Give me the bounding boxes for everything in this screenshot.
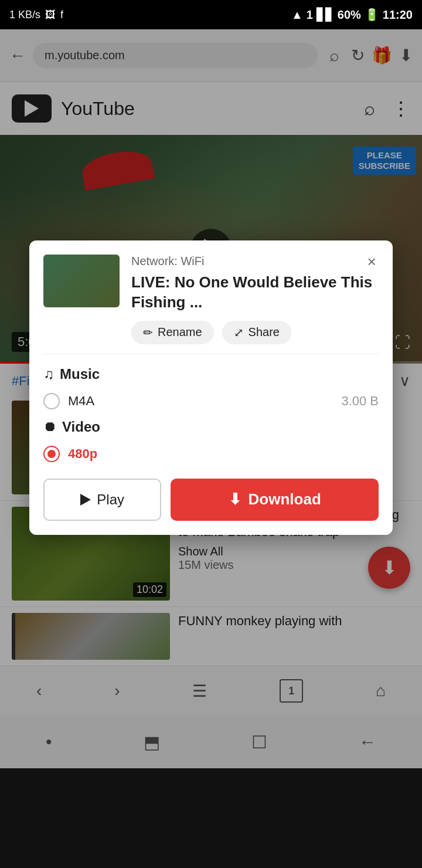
music-section-label: Music	[60, 366, 100, 382]
480p-radio[interactable]	[43, 446, 60, 462]
play-button[interactable]: Play	[43, 479, 161, 521]
download-button-label: Download	[249, 490, 321, 508]
modal-thumb-image	[43, 255, 120, 307]
facebook-icon: f	[60, 9, 63, 21]
video-section-title: ⏺ Video	[43, 419, 379, 435]
wifi-icon: ▲	[291, 8, 303, 22]
modal-header: Network: WiFi LIVE: No One Would Believe…	[29, 240, 393, 354]
modal-action-buttons: ✏ Rename ⤢ Share	[131, 321, 379, 344]
modal-network-label: Network: WiFi	[131, 255, 379, 268]
battery-percent: 60%	[338, 8, 361, 22]
photo-icon: 🖼	[45, 9, 56, 21]
480p-radio-inner	[47, 450, 56, 458]
download-modal: Network: WiFi LIVE: No One Would Believe…	[29, 240, 393, 535]
battery-icon: 🔋	[365, 8, 379, 22]
time-display: 11:20	[383, 8, 413, 22]
m4a-option-left: M4A	[43, 393, 94, 409]
m4a-label: M4A	[68, 394, 94, 409]
status-left: 1 KB/s 🖼 f	[9, 9, 63, 21]
play-triangle-icon	[80, 494, 91, 506]
sim-icon: 1	[307, 8, 313, 22]
modal-overlay: Network: WiFi LIVE: No One Would Believe…	[0, 0, 422, 868]
modal-info: Network: WiFi LIVE: No One Would Believe…	[131, 255, 379, 344]
music-note-icon: ♫	[43, 366, 54, 382]
share-label: Share	[249, 326, 280, 339]
480p-label: 480p	[68, 446, 97, 462]
download-arrow-icon: ⬇	[229, 490, 241, 508]
download-button[interactable]: ⬇ Download	[171, 479, 379, 521]
rename-button[interactable]: ✏ Rename	[131, 321, 214, 344]
rename-label: Rename	[158, 326, 202, 339]
modal-close-button[interactable]: ×	[360, 250, 383, 273]
video-section-label: Video	[62, 419, 100, 435]
m4a-option[interactable]: M4A 3.00 B	[43, 391, 379, 412]
play-button-label: Play	[97, 491, 124, 508]
music-section-title: ♫ Music	[43, 366, 379, 382]
modal-body: ♫ Music M4A 3.00 B ⏺ Video	[29, 354, 393, 535]
rename-icon: ✏	[143, 326, 153, 340]
video-section-icon: ⏺	[43, 419, 56, 435]
m4a-size: 3.00 B	[341, 394, 379, 409]
modal-video-thumbnail	[43, 255, 120, 307]
share-icon: ⤢	[234, 326, 244, 340]
480p-option-left: 480p	[43, 446, 97, 462]
speed-indicator: 1 KB/s	[9, 9, 40, 21]
480p-option[interactable]: 480p	[43, 443, 379, 464]
modal-footer: Play ⬇ Download	[43, 479, 379, 521]
signal-icon: ▋▋	[316, 8, 334, 22]
share-button[interactable]: ⤢ Share	[222, 321, 291, 344]
modal-video-title: LIVE: No One Would Believe This Fishing …	[131, 273, 379, 313]
status-bar: 1 KB/s 🖼 f ▲ 1 ▋▋ 60% 🔋 11:20	[0, 0, 422, 29]
m4a-radio[interactable]	[43, 393, 60, 409]
status-right: ▲ 1 ▋▋ 60% 🔋 11:20	[291, 8, 413, 22]
